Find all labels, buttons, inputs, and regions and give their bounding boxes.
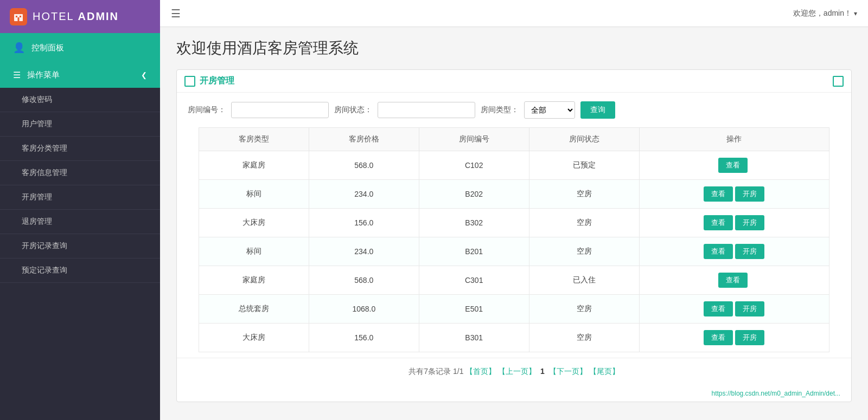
svg-rect-1 (16, 16, 17, 17)
operations-arrow-icon: ❮ (141, 71, 147, 79)
sidebar-item-booking-records[interactable]: 预定记录查询 (0, 259, 160, 283)
pagination: 共有7条记录 1/1 【首页】 【上一页】 1 【下一页】 【尾页】 (177, 358, 851, 385)
cell-number: B302 (419, 209, 529, 237)
cell-price: 1068.0 (309, 295, 419, 324)
nav-operations-left: ☰ 操作菜单 (13, 70, 60, 80)
cell-action: 查看开房 (639, 237, 829, 266)
search-bar: 房间编号： 房间状态： 房间类型： 全部 家庭房 标间 大床房 总统套房 查询 (177, 93, 851, 127)
nav-dashboard[interactable]: 👤 控制面板 (0, 33, 160, 62)
sidebar-item-room-category[interactable]: 客房分类管理 (0, 137, 160, 161)
table-row: 标间234.0B201空房查看开房 (199, 237, 829, 266)
sidebar: HOTEL ADMIN 👤 控制面板 ☰ 操作菜单 ❮ 修改密码 用户管理 客房… (0, 0, 160, 420)
col-type: 客房类型 (199, 128, 309, 151)
cell-action: 查看开房 (639, 180, 829, 209)
sidebar-item-user-management[interactable]: 用户管理 (0, 112, 160, 137)
operations-icon: ☰ (13, 70, 21, 80)
page-prev-link[interactable]: 【上一页】 (498, 367, 536, 376)
nav-operations[interactable]: ☰ 操作菜单 ❮ (0, 62, 160, 88)
col-number: 房间编号 (419, 128, 529, 151)
cell-type: 标间 (199, 237, 309, 266)
open-button[interactable]: 开房 (735, 330, 764, 345)
page-next-link[interactable]: 【下一页】 (549, 367, 587, 376)
cell-type: 家庭房 (199, 266, 309, 295)
footer-link: https://blog.csdn.net/m0_admin_Admin/det… (177, 385, 851, 402)
cell-action: 查看 (639, 151, 829, 180)
topbar-user[interactable]: 欢迎您，admin！ ▾ (793, 9, 857, 18)
open-button[interactable]: 开房 (735, 301, 764, 316)
cell-type: 家庭房 (199, 151, 309, 180)
room-number-input[interactable] (231, 102, 329, 118)
page-last-link[interactable]: 【尾页】 (589, 367, 620, 376)
cell-status: 已入住 (529, 266, 639, 295)
user-dropdown-arrow-icon: ▾ (854, 10, 857, 17)
col-action: 操作 (639, 128, 829, 151)
operations-label: 操作菜单 (27, 70, 60, 80)
cell-status: 空房 (529, 237, 639, 266)
table-row: 标间234.0B202空房查看开房 (199, 180, 829, 209)
table-wrapper: 客房类型 客房价格 房间编号 房间状态 操作 家庭房568.0C102已预定查看… (177, 127, 851, 352)
view-button[interactable]: 查看 (704, 301, 733, 316)
col-price: 客房价格 (309, 128, 419, 151)
cell-type: 大床房 (199, 209, 309, 237)
view-button[interactable]: 查看 (704, 244, 733, 259)
sidebar-item-room-open[interactable]: 开房管理 (0, 185, 160, 210)
cell-price: 234.0 (309, 237, 419, 266)
card-header-left: 开房管理 (184, 75, 234, 87)
cell-price: 234.0 (309, 180, 419, 209)
view-button[interactable]: 查看 (704, 186, 733, 202)
topbar: ☰ 欢迎您，admin！ ▾ (160, 0, 868, 27)
view-button[interactable]: 查看 (718, 273, 748, 288)
room-status-label: 房间状态： (334, 105, 372, 115)
room-table: 客房类型 客房价格 房间编号 房间状态 操作 家庭房568.0C102已预定查看… (199, 127, 829, 352)
card-title: 开房管理 (200, 75, 234, 87)
cell-price: 568.0 (309, 266, 419, 295)
table-row: 大床房156.0B301空房查看开房 (199, 324, 829, 352)
room-number-label: 房间编号： (188, 105, 226, 115)
view-button[interactable]: 查看 (718, 158, 748, 173)
cell-price: 156.0 (309, 209, 419, 237)
cell-number: C301 (419, 266, 529, 295)
svg-rect-3 (18, 17, 20, 21)
footer-url: https://blog.csdn.net/m0_admin_Admin/det… (712, 390, 840, 397)
sidebar-item-open-records[interactable]: 开房记录查询 (0, 234, 160, 259)
table-body: 家庭房568.0C102已预定查看标间234.0B202空房查看开房大床房156… (199, 151, 829, 352)
room-status-input[interactable] (378, 102, 475, 118)
cell-number: B201 (419, 237, 529, 266)
svg-rect-2 (20, 16, 21, 17)
view-button[interactable]: 查看 (704, 215, 733, 230)
open-button[interactable]: 开房 (735, 215, 764, 230)
cell-action: 查看开房 (639, 295, 829, 324)
pagination-summary: 共有7条记录 1/1 (409, 367, 465, 376)
dashboard-label: 控制面板 (31, 43, 64, 53)
cell-status: 空房 (529, 324, 639, 352)
page-current: 1 (540, 367, 545, 376)
room-type-label: 房间类型： (481, 105, 519, 115)
cell-action: 查看开房 (639, 209, 829, 237)
page-content: 欢迎使用酒店客房管理系统 开房管理 房间编号： 房间状态： 房间类型： 全部 (160, 27, 868, 420)
card-header-left-icon (184, 76, 195, 87)
page-first-link[interactable]: 【首页】 (465, 367, 496, 376)
view-button[interactable]: 查看 (704, 330, 733, 345)
cell-type: 大床房 (199, 324, 309, 352)
title-admin: ADMIN (74, 10, 119, 22)
table-row: 家庭房568.0C301已入住查看 (199, 266, 829, 295)
main-area: ☰ 欢迎您，admin！ ▾ 欢迎使用酒店客房管理系统 开房管理 房间编号： 房… (160, 0, 868, 420)
cell-number: B301 (419, 324, 529, 352)
room-type-select[interactable]: 全部 家庭房 标间 大床房 总统套房 (524, 101, 575, 119)
cell-type: 总统套房 (199, 295, 309, 324)
table-row: 大床房156.0B302空房查看开房 (199, 209, 829, 237)
sidebar-item-room-info[interactable]: 客房信息管理 (0, 161, 160, 185)
sidebar-item-change-password[interactable]: 修改密码 (0, 88, 160, 112)
topbar-menu-icon[interactable]: ☰ (171, 7, 181, 20)
user-greeting: 欢迎您，admin！ (793, 9, 852, 18)
col-status: 房间状态 (529, 128, 639, 151)
sidebar-item-checkout[interactable]: 退房管理 (0, 210, 160, 234)
cell-number: C102 (419, 151, 529, 180)
open-button[interactable]: 开房 (735, 186, 764, 202)
search-button[interactable]: 查询 (580, 101, 615, 119)
hotel-logo-icon (10, 8, 27, 25)
page-title: 欢迎使用酒店客房管理系统 (176, 38, 852, 59)
cell-status: 空房 (529, 180, 639, 209)
sidebar-menu: 修改密码 用户管理 客房分类管理 客房信息管理 开房管理 退房管理 开房记录查询… (0, 88, 160, 283)
open-button[interactable]: 开房 (735, 244, 764, 259)
